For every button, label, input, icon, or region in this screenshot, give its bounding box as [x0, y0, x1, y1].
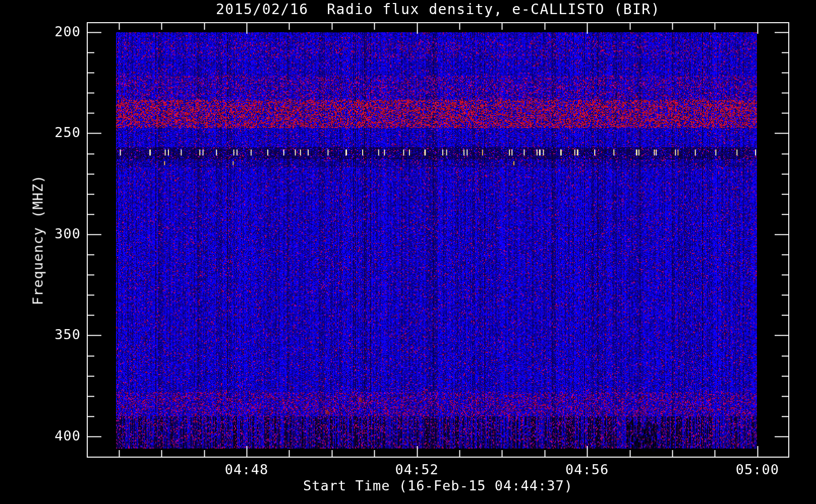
x-tick-label: 04:52 — [382, 462, 452, 477]
y-tick-label: 200 — [19, 24, 81, 39]
y-tick-label: 400 — [19, 428, 81, 444]
spectrogram-plot: 2015/02/16 Radio flux density, e-CALLIST… — [0, 0, 816, 504]
spectrogram-canvas — [0, 0, 816, 504]
y-tick-label: 300 — [19, 226, 81, 241]
x-axis-label: Start Time (16-Feb-15 04:44:37) — [87, 478, 789, 493]
x-tick-label: 04:48 — [211, 462, 282, 477]
x-tick-label: 04:56 — [552, 462, 622, 477]
chart-title: 2015/02/16 Radio flux density, e-CALLIST… — [87, 1, 789, 18]
x-tick-label: 05:00 — [722, 462, 793, 477]
y-tick-label: 250 — [19, 124, 81, 140]
y-tick-label: 350 — [19, 327, 81, 342]
